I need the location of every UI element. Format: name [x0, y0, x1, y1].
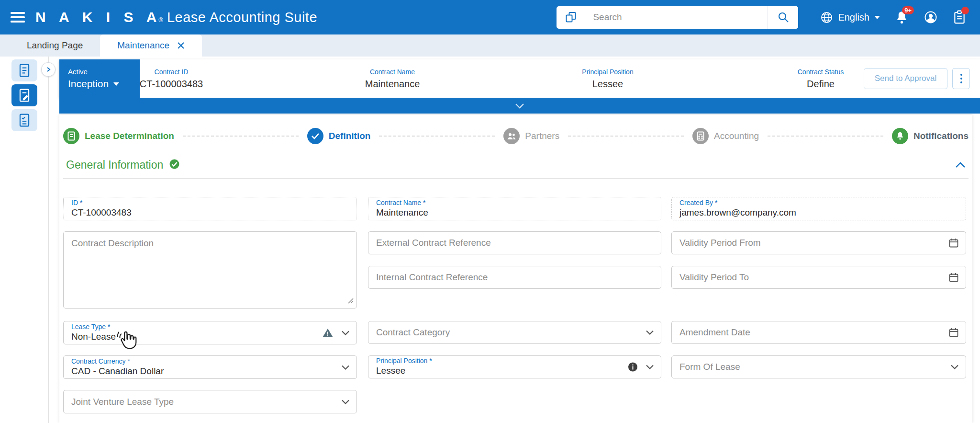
contract-currency-label: Contract Currency *: [71, 357, 349, 366]
created-by-field[interactable]: Created By * james.brown@company.com: [671, 197, 966, 220]
contract-category-placeholder: Contract Category: [376, 327, 653, 338]
stepper-connector: [768, 136, 883, 137]
principal-position-field[interactable]: Principal Position * Lessee: [368, 355, 661, 378]
form-of-lease-field[interactable]: Form Of Lease: [671, 355, 966, 378]
validity-period-from-field[interactable]: Validity Period From: [671, 231, 966, 254]
phase-dropdown[interactable]: Active Inception: [59, 59, 140, 98]
product-name: Lease Accounting Suite: [167, 10, 317, 25]
section-collapse-chevron-up-icon[interactable]: [955, 162, 966, 168]
notifications-bell-icon[interactable]: 9+: [895, 11, 908, 24]
contract-checklist-icon[interactable]: [11, 109, 37, 131]
notification-count-badge: 9+: [902, 6, 914, 14]
calendar-icon[interactable]: [948, 272, 959, 283]
more-actions-kebab-icon[interactable]: [952, 68, 970, 89]
send-to-approval-button[interactable]: Send to Approval: [864, 68, 947, 89]
chevron-down-icon[interactable]: [341, 365, 350, 370]
globe-icon: [820, 11, 833, 24]
main-area: Active Inception Contract ID CT-10000348…: [0, 57, 980, 423]
principal-position-value: Lessee: [592, 79, 624, 90]
created-by-value: james.brown@company.com: [679, 207, 958, 219]
definition-check-icon: [307, 128, 323, 144]
calendar-icon[interactable]: [948, 327, 959, 338]
stacked-documents-icon[interactable]: [557, 6, 585, 29]
contract-active-status: Active: [68, 68, 140, 76]
hamburger-menu-icon[interactable]: [0, 0, 35, 34]
stepper-connector: [379, 136, 495, 137]
partners-icon: [503, 128, 520, 144]
step-definition[interactable]: Definition: [307, 128, 371, 144]
account-icon[interactable]: [924, 10, 938, 24]
internal-contract-reference-field[interactable]: Internal Contract Reference: [368, 266, 661, 289]
general-information-form: ID * CT-100003483 Contract Name * Mainte…: [63, 197, 969, 417]
contract-status-value: Define: [807, 79, 835, 90]
tab-label: Landing Page: [27, 40, 83, 51]
lease-type-field[interactable]: Lease Type * Non-Lease: [63, 321, 357, 344]
chevron-down-icon: [113, 82, 119, 86]
content-card: Lease Determination Definition Partners: [59, 115, 972, 423]
search-icon[interactable]: [768, 6, 798, 29]
chevron-down-icon[interactable]: [646, 365, 654, 370]
joint-venture-lease-type-field[interactable]: Joint Venture Lease Type: [63, 390, 357, 413]
brand-name: N A K I S A: [35, 9, 161, 25]
tasks-badge: [961, 7, 969, 14]
tab-label: Maintenance: [117, 40, 169, 51]
registered-mark: ®: [158, 16, 163, 23]
chevron-down-icon[interactable]: [341, 330, 350, 335]
step-partners[interactable]: Partners: [503, 128, 559, 144]
chevron-down-icon[interactable]: [341, 399, 350, 404]
global-search: [557, 6, 798, 29]
language-selector[interactable]: English: [820, 11, 880, 24]
id-field[interactable]: ID * CT-100003483: [63, 197, 357, 220]
external-contract-reference-field[interactable]: External Contract Reference: [368, 231, 661, 254]
lease-determination-icon: [63, 128, 79, 144]
tab-maintenance[interactable]: Maintenance: [100, 34, 202, 57]
chevron-down-icon: [515, 103, 524, 109]
warning-triangle-icon[interactable]: [322, 328, 334, 338]
section-title: General Information: [66, 159, 163, 171]
contract-id-field: Contract ID CT-100003483: [140, 59, 203, 98]
language-label: English: [838, 12, 869, 23]
chevron-down-icon[interactable]: [646, 330, 654, 335]
close-icon[interactable]: [177, 42, 185, 49]
search-input[interactable]: [585, 6, 768, 29]
contract-currency-field[interactable]: Contract Currency * CAD - Canadian Dolla…: [63, 355, 357, 379]
contract-currency-value: CAD - Canadian Dollar: [71, 366, 349, 377]
contract-category-field[interactable]: Contract Category: [368, 321, 661, 344]
header-collapse-strip[interactable]: [59, 98, 980, 114]
form-of-lease-placeholder: Form Of Lease: [679, 362, 958, 372]
contract-summary-icon[interactable]: [11, 59, 37, 81]
phase-label: Inception: [68, 78, 109, 90]
contract-id-value: CT-100003483: [140, 79, 203, 90]
contract-id-label: Contract ID: [155, 68, 189, 76]
chevron-down-icon[interactable]: [950, 365, 959, 370]
lease-type-label: Lease Type *: [71, 323, 349, 331]
chevron-down-icon: [874, 16, 880, 19]
step-accounting[interactable]: Accounting: [692, 128, 759, 144]
tasks-clipboard-icon[interactable]: [953, 10, 966, 24]
contract-name-label: Contract Name *: [376, 199, 653, 207]
contract-edit-icon[interactable]: [11, 84, 37, 106]
general-information-header: General Information: [63, 157, 969, 172]
amendment-date-field[interactable]: Amendment Date: [671, 321, 966, 344]
validity-period-to-field[interactable]: Validity Period To: [671, 266, 966, 289]
contract-name-label: Contract Name: [370, 68, 415, 76]
notifications-bell-icon: [892, 128, 908, 144]
contract-name-field: Contract Name Maintenance: [365, 59, 420, 98]
tab-landing-page[interactable]: Landing Page: [10, 34, 100, 57]
contract-name-field[interactable]: Contract Name * Maintenance: [368, 197, 661, 220]
contract-header-bar: Active Inception Contract ID CT-10000348…: [59, 59, 980, 98]
app-logo: N A K I S A ® Lease Accounting Suite: [35, 9, 317, 25]
contract-name-value: Maintenance: [365, 79, 420, 90]
step-lease-determination[interactable]: Lease Determination: [63, 128, 174, 144]
info-icon[interactable]: [628, 362, 638, 372]
contract-description-placeholder: Contract Description: [71, 238, 349, 249]
principal-position-value: Lessee: [376, 365, 653, 377]
amendment-date-placeholder: Amendment Date: [679, 327, 958, 338]
resize-handle-icon[interactable]: [347, 297, 354, 306]
calendar-icon[interactable]: [948, 238, 959, 248]
contract-description-field[interactable]: Contract Description: [63, 231, 357, 309]
stepper-connector: [183, 136, 299, 137]
sidebar-expand-chevron[interactable]: [41, 62, 56, 77]
step-notifications[interactable]: Notifications: [892, 128, 969, 144]
external-ref-placeholder: External Contract Reference: [376, 238, 653, 248]
